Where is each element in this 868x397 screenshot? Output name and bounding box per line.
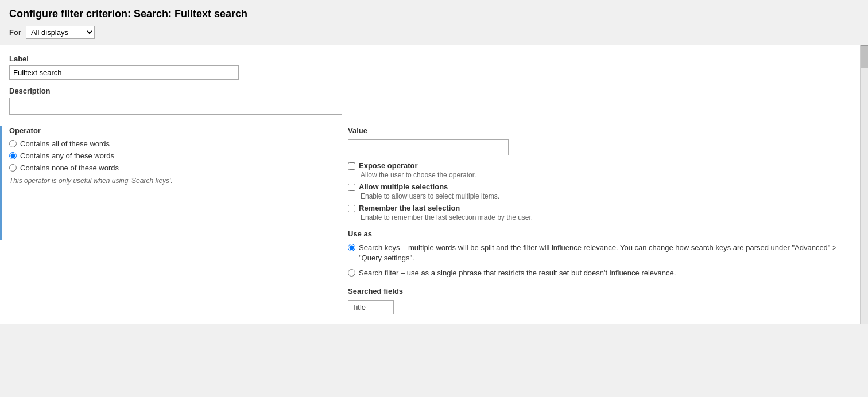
page-container: Configure filter criterion: Search: Full… [0,0,868,397]
use-as-section: Use as Search keys – multiple words will… [348,229,859,279]
operator-option-1[interactable]: Contains all of these words [9,139,342,148]
operator-title: Operator [9,126,342,135]
operator-note: This operator is only useful when using … [9,177,342,185]
expose-operator-item: Expose operator [348,161,859,170]
remember-last-checkbox[interactable] [348,205,355,212]
label-input[interactable] [9,65,239,80]
operator-label-3: Contains none of these words [20,164,119,172]
use-as-label-2: Search filter – use as a single phrase t… [359,268,676,278]
remember-last-desc: Enable to remember the last selection ma… [361,213,859,221]
allow-multiple-item: Allow multiple selections [348,182,859,191]
label-field-label: Label [9,55,859,63]
operator-option-2[interactable]: Contains any of these words [9,151,342,160]
allow-multiple-desc: Enable to allow users to select multiple… [361,192,859,200]
description-field-label: Description [9,87,859,95]
operator-radio-3[interactable] [9,164,17,172]
value-input[interactable] [348,139,509,155]
searched-fields-section: Searched fields Title [348,287,859,314]
scrollbar-thumb[interactable] [861,45,868,68]
allow-multiple-label[interactable]: Allow multiple selections [359,182,448,191]
operator-label-2: Contains any of these words [20,151,114,160]
main-content: Label Description Operator Contains all … [0,45,868,324]
value-title: Value [348,126,859,135]
operator-radio-1[interactable] [9,140,17,147]
expose-operator-group: Expose operator Allow the user to choose… [348,161,859,179]
scrollbar[interactable] [860,45,868,324]
two-column: Operator Contains all of these words Con… [9,126,859,314]
expose-operator-desc: Allow the user to choose the operator. [361,171,859,179]
searched-fields-title: Searched fields [348,287,859,295]
searched-fields-value: Title [348,300,394,314]
operator-radio-2[interactable] [9,152,17,159]
expose-operator-label[interactable]: Expose operator [359,161,418,170]
use-as-radio-2[interactable] [348,269,355,277]
use-as-label-1: Search keys – multiple words will be spl… [359,243,859,263]
left-border-indicator [0,126,2,240]
use-as-option-1[interactable]: Search keys – multiple words will be spl… [348,243,859,263]
use-as-radio-group: Search keys – multiple words will be spl… [348,243,859,279]
for-row: For All displays Page Block [0,26,868,45]
label-field-group: Label [9,55,859,80]
operator-radio-group: Contains all of these words Contains any… [9,139,342,172]
use-as-radio-1[interactable] [348,244,355,251]
for-select[interactable]: All displays Page Block [26,26,95,39]
allow-multiple-group: Allow multiple selections Enable to allo… [348,182,859,200]
for-label: For [9,28,21,37]
page-title: Configure filter criterion: Search: Full… [0,0,868,26]
use-as-option-2[interactable]: Search filter – use as a single phrase t… [348,268,859,278]
right-column: Value Expose operator Allow the user to … [342,126,859,314]
checkbox-group: Expose operator Allow the user to choose… [348,161,859,221]
remember-last-group: Remember the last selection Enable to re… [348,204,859,221]
allow-multiple-checkbox[interactable] [348,184,355,191]
remember-last-label[interactable]: Remember the last selection [359,204,460,212]
use-as-title: Use as [348,229,859,238]
expose-operator-checkbox[interactable] [348,162,355,170]
description-field-group: Description [9,87,859,115]
description-input[interactable] [9,98,342,115]
operator-label-1: Contains all of these words [20,139,110,148]
remember-last-item: Remember the last selection [348,204,859,212]
operator-option-3[interactable]: Contains none of these words [9,164,342,172]
left-column: Operator Contains all of these words Con… [9,126,342,314]
